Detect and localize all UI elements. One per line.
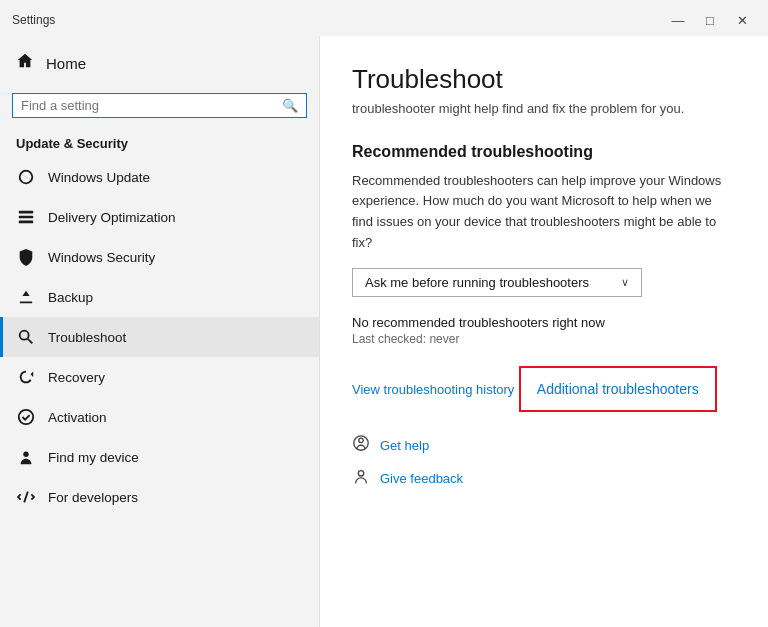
recommended-section-title: Recommended troubleshooting xyxy=(352,143,736,161)
delivery-optimization-icon xyxy=(16,208,36,226)
sidebar-label-backup: Backup xyxy=(48,290,93,305)
find-my-device-icon xyxy=(16,448,36,466)
sidebar-label-for-developers: For developers xyxy=(48,490,138,505)
page-subtitle: troubleshooter might help find and fix t… xyxy=(352,99,736,119)
view-history-link[interactable]: View troubleshooting history xyxy=(352,382,514,397)
svg-line-9 xyxy=(24,492,28,503)
window-controls: — □ ✕ xyxy=(664,10,756,30)
no-troubleshooters-status: No recommended troubleshooters right now xyxy=(352,315,736,330)
sidebar-item-delivery-optimization[interactable]: Delivery Optimization xyxy=(0,197,319,237)
get-help-row[interactable]: Get help xyxy=(352,434,736,457)
dropdown-label: Ask me before running troubleshooters xyxy=(365,275,589,290)
sidebar: Home 🔍 Update & Security Windows Update … xyxy=(0,36,320,627)
give-feedback-label: Give feedback xyxy=(380,471,463,486)
svg-rect-1 xyxy=(19,216,33,219)
sidebar-item-windows-update[interactable]: Windows Update xyxy=(0,157,319,197)
activation-icon xyxy=(16,408,36,426)
sidebar-item-find-my-device[interactable]: Find my device xyxy=(0,437,319,477)
sidebar-item-windows-security[interactable]: Windows Security xyxy=(0,237,319,277)
sidebar-label-recovery: Recovery xyxy=(48,370,105,385)
sidebar-section-title: Update & Security xyxy=(0,128,319,157)
search-icon: 🔍 xyxy=(282,98,298,113)
close-button[interactable]: ✕ xyxy=(728,10,756,30)
windows-security-icon xyxy=(16,248,36,266)
troubleshooter-dropdown[interactable]: Ask me before running troubleshooters ∨ xyxy=(352,268,642,297)
svg-marker-6 xyxy=(31,372,34,377)
svg-point-4 xyxy=(20,331,29,340)
sidebar-item-troubleshoot[interactable]: Troubleshoot xyxy=(0,317,319,357)
sidebar-item-backup[interactable]: Backup xyxy=(0,277,319,317)
page-title: Troubleshoot xyxy=(352,64,736,95)
home-label: Home xyxy=(46,55,86,72)
additional-troubleshooters-label: Additional troubleshooters xyxy=(537,381,699,397)
windows-update-icon xyxy=(16,168,36,186)
get-help-icon xyxy=(352,434,370,457)
get-help-label: Get help xyxy=(380,438,429,453)
sidebar-item-recovery[interactable]: Recovery xyxy=(0,357,319,397)
svg-point-7 xyxy=(19,410,33,424)
recovery-icon xyxy=(16,368,36,386)
svg-rect-0 xyxy=(19,211,33,214)
svg-rect-3 xyxy=(20,302,33,304)
main-content: Troubleshoot troubleshooter might help f… xyxy=(320,36,768,627)
last-checked-text: Last checked: never xyxy=(352,332,736,346)
svg-rect-2 xyxy=(19,221,33,224)
sidebar-label-troubleshoot: Troubleshoot xyxy=(48,330,126,345)
give-feedback-icon xyxy=(352,467,370,490)
app-title: Settings xyxy=(12,13,55,27)
app-body: Home 🔍 Update & Security Windows Update … xyxy=(0,36,768,627)
sidebar-label-find-my-device: Find my device xyxy=(48,450,139,465)
sidebar-label-delivery-optimization: Delivery Optimization xyxy=(48,210,176,225)
maximize-button[interactable]: □ xyxy=(696,10,724,30)
search-input[interactable] xyxy=(21,98,276,113)
additional-troubleshooters-box[interactable]: Additional troubleshooters xyxy=(519,366,717,412)
sidebar-item-home[interactable]: Home xyxy=(0,40,319,87)
svg-line-5 xyxy=(28,339,33,344)
give-feedback-row[interactable]: Give feedback xyxy=(352,467,736,490)
sidebar-item-activation[interactable]: Activation xyxy=(0,397,319,437)
svg-point-12 xyxy=(358,470,363,475)
for-developers-icon xyxy=(16,488,36,506)
sidebar-label-activation: Activation xyxy=(48,410,107,425)
home-icon xyxy=(16,52,34,75)
svg-point-8 xyxy=(23,452,28,457)
search-box[interactable]: 🔍 xyxy=(12,93,307,118)
minimize-button[interactable]: — xyxy=(664,10,692,30)
recommended-description: Recommended troubleshooters can help imp… xyxy=(352,171,736,254)
backup-icon xyxy=(16,288,36,306)
title-bar: Settings — □ ✕ xyxy=(0,0,768,36)
troubleshoot-icon xyxy=(16,328,36,346)
sidebar-label-windows-update: Windows Update xyxy=(48,170,150,185)
chevron-down-icon: ∨ xyxy=(621,276,629,289)
sidebar-item-for-developers[interactable]: For developers xyxy=(0,477,319,517)
sidebar-label-windows-security: Windows Security xyxy=(48,250,155,265)
svg-point-11 xyxy=(359,438,364,443)
